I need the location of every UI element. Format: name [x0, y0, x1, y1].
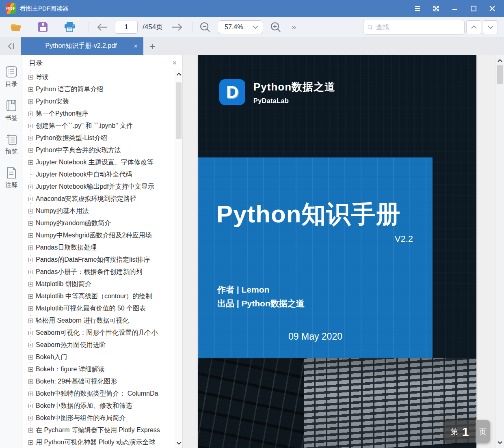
toc-item[interactable]: +Bokeh中数据的添加、修改和筛选 [23, 400, 174, 412]
expand-plus-icon[interactable]: + [28, 379, 33, 384]
toc-item[interactable]: +Seaborn热力图使用进阶 [23, 339, 174, 351]
expand-plus-icon[interactable]: + [28, 99, 33, 104]
fullscreen-icon[interactable] [430, 2, 442, 15]
toc-item[interactable]: +Python中字典合并的实现方法 [23, 144, 174, 156]
expand-plus-icon[interactable]: + [28, 136, 33, 140]
toc-item[interactable]: Jupyter Notebook中自动补全代码 [23, 168, 174, 181]
open-file-button[interactable] [9, 20, 23, 34]
toc-item[interactable]: +Numpy的random函数简介 [23, 217, 174, 229]
expand-plus-icon[interactable]: + [28, 233, 33, 238]
toc-item[interactable]: +Bokeh入门 [23, 351, 174, 363]
expand-plus-icon[interactable]: + [28, 367, 33, 372]
zoom-out-button[interactable] [198, 20, 212, 34]
sidebar-item-contents[interactable]: 目录 [4, 65, 18, 88]
toc-item[interactable]: +Anaconda安装虚拟环境到指定路径 [23, 193, 174, 205]
toc-item[interactable]: +轻松用 Seaborn 进行数据可视化 [23, 314, 174, 327]
tab-close-icon[interactable]: × [134, 42, 138, 50]
sidebar-item-annotations[interactable]: 注释 [4, 166, 18, 189]
expand-plus-icon[interactable]: + [28, 197, 33, 201]
toc-item[interactable]: +在 Pycharm 等编辑器下使用 Plotly Express [23, 424, 174, 436]
toc-item[interactable]: +Numpy的基本用法 [23, 205, 174, 217]
toc-scrollbar-thumb[interactable] [176, 82, 182, 139]
expand-plus-icon[interactable]: + [28, 148, 33, 153]
toc-close-icon[interactable]: × [172, 59, 177, 67]
expand-plus-icon[interactable]: + [28, 221, 33, 226]
find-next-button[interactable] [483, 20, 498, 34]
sidebar-item-thumbnails[interactable]: 预览 [4, 132, 18, 155]
sidebar-item-bookmarks[interactable]: 书签 [4, 99, 18, 122]
previous-page-button[interactable] [95, 20, 109, 34]
toolbar-overflow-button[interactable]: » [290, 22, 298, 32]
toc-item[interactable]: +Bokeh: 29种基础可视化图形 [23, 375, 174, 388]
document-scrollbar-thumb[interactable] [497, 65, 503, 84]
toc-item[interactable]: +Python 语言的简单介绍 [23, 83, 174, 95]
page-number-input[interactable] [115, 21, 138, 34]
toc-item[interactable]: +Matplotlib可视化最有价值的 50 个图表 [23, 302, 174, 314]
toc-item[interactable]: +Pandas日期数据处理 [23, 241, 174, 254]
pdf-page[interactable]: D Python数据之道 PyDataLab Python知识手册 V2.2 作… [198, 55, 476, 448]
scroll-down-icon[interactable] [175, 439, 182, 447]
expand-plus-icon[interactable]: + [28, 75, 33, 80]
toc-item[interactable]: +Matplotlib 中等高线图（contour）的绘制 [23, 290, 174, 302]
expand-plus-icon[interactable]: + [28, 258, 33, 262]
find-previous-button[interactable] [466, 20, 481, 34]
maximize-icon[interactable] [467, 2, 480, 15]
sidebar-item-label: 书签 [5, 114, 17, 122]
expand-plus-icon[interactable]: + [28, 416, 33, 420]
expand-plus-icon[interactable]: + [28, 355, 33, 360]
toc-item[interactable]: +Numpy中Meshgrid函数介绍及2种应用场 [23, 229, 174, 241]
expand-plus-icon[interactable]: + [28, 440, 33, 445]
expand-plus-icon[interactable]: + [28, 185, 33, 189]
toc-item[interactable]: +Jupyter Notebook 主题设置、字体修改等 [23, 156, 174, 168]
expand-plus-icon[interactable]: + [28, 124, 33, 128]
expand-plus-icon[interactable]: + [28, 112, 33, 116]
expand-plus-icon[interactable]: + [28, 294, 33, 299]
toc-item[interactable]: +Bokeh中独特的数据类型简介： ColumnDa [23, 388, 174, 400]
toc-item[interactable]: +Python数据类型-List介绍 [23, 132, 174, 144]
active-document-tab[interactable]: Python知识手册-v2.2.pdf × [21, 37, 143, 55]
expand-plus-icon[interactable]: + [28, 209, 33, 213]
toc-scrollbar[interactable] [175, 69, 182, 448]
expand-plus-icon[interactable]: + [28, 270, 33, 274]
toc-item[interactable]: +Bokeh中图形与组件的布局简介 [23, 412, 174, 424]
expand-plus-icon[interactable]: + [28, 282, 33, 286]
scroll-up-icon[interactable] [175, 70, 182, 78]
toc-item[interactable]: +Bokeh：figure 详细解读 [23, 363, 174, 375]
toc-item[interactable]: +Seaborn可视化：图形个性化设置的几个小 [23, 327, 174, 339]
new-tab-button[interactable]: + [143, 37, 161, 55]
toc-item[interactable]: +Pandas小册子：根据条件创建新的列 [23, 266, 174, 278]
minimize-icon[interactable] [449, 2, 461, 15]
zoom-level-select[interactable]: 57.4% [218, 20, 263, 34]
toc-item[interactable]: +第一个Python程序 [23, 108, 174, 120]
close-icon[interactable] [486, 2, 498, 15]
expand-plus-icon[interactable]: + [28, 87, 33, 92]
toc-item[interactable]: +创建第一个``.py'' 和 ``.ipynb'' 文件 [23, 120, 174, 132]
collapse-sidebar-icon[interactable] [0, 37, 21, 55]
zoom-in-button[interactable] [269, 20, 283, 34]
toc-item[interactable]: +用 Python可视化神器 Plotly 动态演示全球 [23, 436, 174, 448]
next-page-button[interactable] [170, 20, 184, 34]
expand-plus-icon[interactable]: + [28, 331, 33, 335]
search-input[interactable] [376, 24, 460, 31]
search-box[interactable] [363, 20, 465, 34]
expand-plus-icon[interactable]: + [28, 319, 33, 323]
expand-plus-icon[interactable]: + [28, 246, 33, 250]
expand-plus-icon[interactable]: + [28, 428, 33, 433]
scroll-down-icon[interactable] [495, 438, 504, 446]
toc-item[interactable]: +Matplotlib 饼图简介 [23, 278, 174, 290]
save-button[interactable] [36, 20, 50, 34]
toc-item[interactable]: +导读 [23, 71, 174, 83]
chevron-down-icon [487, 25, 494, 29]
expand-plus-icon[interactable]: + [28, 160, 33, 165]
scroll-up-icon[interactable] [495, 56, 504, 65]
expand-plus-icon[interactable]: + [28, 404, 33, 408]
expand-plus-icon[interactable]: + [28, 343, 33, 347]
print-button[interactable] [63, 20, 76, 34]
menu-icon[interactable] [411, 2, 424, 15]
toc-item[interactable]: +Pandas的DataFrame如何按指定list排序 [23, 254, 174, 266]
expand-plus-icon[interactable]: + [28, 306, 33, 311]
toc-item[interactable]: +Python安装 [23, 95, 174, 108]
toc-item[interactable]: +Jupyter Notebook输出pdf并支持中文显示 [23, 181, 174, 193]
expand-plus-icon[interactable]: + [28, 392, 33, 396]
document-scrollbar[interactable] [495, 55, 504, 448]
